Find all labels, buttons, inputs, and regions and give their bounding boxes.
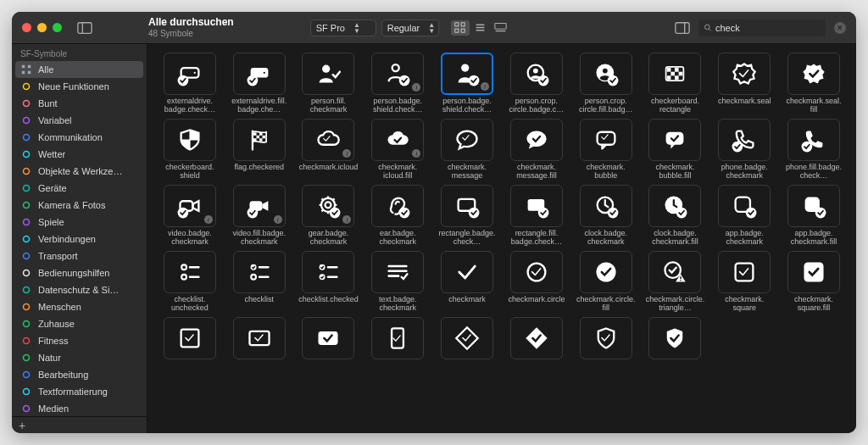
symbol-tile[interactable] <box>164 317 216 359</box>
sidebar-item[interactable]: Datenschutz & Si… <box>12 281 147 298</box>
symbol-tile[interactable] <box>648 53 701 95</box>
sidebar-item[interactable]: Bunt <box>12 95 147 112</box>
symbol-tile[interactable] <box>164 251 216 293</box>
sidebar-item[interactable]: Menschen <box>12 298 147 315</box>
symbol-cell[interactable]: checkmark.bubble.fill <box>643 119 708 180</box>
symbol-cell[interactable]: checkerboard.shield <box>158 119 222 180</box>
symbol-cell[interactable] <box>574 317 638 378</box>
symbol-cell[interactable]: i person.badge.shield.check… <box>365 53 430 114</box>
symbol-cell[interactable]: checkmark.circle.fill <box>574 251 638 312</box>
symbol-cell[interactable]: app.badge.checkmark.fill <box>782 185 846 246</box>
symbol-cell[interactable] <box>297 317 361 378</box>
toggle-sidebar-button[interactable] <box>77 21 92 35</box>
symbol-tile[interactable] <box>441 185 493 227</box>
symbol-tile[interactable] <box>580 119 632 161</box>
sidebar-category-list[interactable]: AlleNeue FunktionenBuntVariabelKommunika… <box>12 61 147 416</box>
sidebar-item[interactable]: Variabel <box>12 112 147 129</box>
symbol-tile[interactable] <box>233 119 286 161</box>
sidebar-item[interactable]: Spiele <box>12 214 147 231</box>
symbol-cell[interactable]: i person.badge.shield.check… <box>435 53 499 114</box>
symbol-cell[interactable]: checkmark.square <box>712 251 776 312</box>
symbol-cell[interactable]: person.crop.circle.badge.c… <box>504 53 569 114</box>
symbol-tile[interactable] <box>164 53 216 95</box>
symbol-cell[interactable]: i checkmark.icloud <box>297 119 361 180</box>
symbol-cell[interactable]: i video.fill.badge.checkmark <box>227 185 292 246</box>
gallery-view-button[interactable] <box>492 20 510 36</box>
minimize-window-button[interactable] <box>37 23 47 32</box>
sidebar-item[interactable]: Textformatierung <box>12 383 147 400</box>
symbol-tile[interactable] <box>233 53 286 95</box>
sidebar-item[interactable]: Alle <box>15 61 143 78</box>
sidebar-item[interactable]: Transport <box>12 248 147 264</box>
sidebar-item[interactable]: Geräte <box>12 180 147 197</box>
symbol-cell[interactable]: i gear.badge.checkmark <box>297 185 361 246</box>
symbol-cell[interactable]: checkmark.seal <box>712 53 776 114</box>
symbol-cell[interactable] <box>158 317 222 378</box>
font-family-picker[interactable]: SF Pro ▲▼ <box>310 19 376 36</box>
symbol-cell[interactable]: person.fill.checkmark <box>297 53 361 114</box>
font-weight-picker[interactable]: Regular ▲▼ <box>381 19 439 36</box>
sidebar-item[interactable]: Neue Funktionen <box>12 78 147 95</box>
symbol-cell[interactable]: phone.badge.checkmark <box>712 119 776 180</box>
symbol-tile[interactable]: i <box>233 185 286 227</box>
symbol-cell[interactable]: checkmark.circle.triangle… <box>643 251 708 312</box>
symbol-cell[interactable]: rectangle.fill.badge.check… <box>504 185 569 246</box>
symbol-tile[interactable] <box>371 251 424 293</box>
symbol-tile[interactable] <box>233 251 286 293</box>
symbol-tile[interactable] <box>580 185 632 227</box>
symbol-tile[interactable] <box>302 317 354 359</box>
symbol-tile[interactable] <box>580 53 632 95</box>
symbol-tile[interactable] <box>302 53 354 95</box>
fullscreen-window-button[interactable] <box>53 23 62 32</box>
symbol-tile[interactable] <box>787 119 840 161</box>
symbol-tile[interactable] <box>233 317 286 359</box>
search-field[interactable] <box>698 19 826 36</box>
symbol-tile[interactable] <box>510 251 563 293</box>
sidebar-item[interactable]: Verbindungen <box>12 231 147 248</box>
grid-view-button[interactable] <box>451 20 470 36</box>
symbol-tile[interactable]: i <box>371 119 424 161</box>
symbol-cell[interactable]: checklist.checked <box>297 251 361 312</box>
sidebar-item[interactable]: Natur <box>12 349 147 366</box>
symbol-tile[interactable] <box>302 251 354 293</box>
symbol-cell[interactable]: flag.checkered <box>227 119 292 180</box>
symbol-tile[interactable] <box>648 119 701 161</box>
symbol-cell[interactable]: checklist <box>227 251 292 312</box>
symbol-tile[interactable] <box>371 185 424 227</box>
symbol-cell[interactable] <box>643 317 708 378</box>
symbol-cell[interactable]: phone.fill.badge.check… <box>782 119 846 180</box>
symbol-cell[interactable]: checklist.unchecked <box>158 251 222 312</box>
sidebar-item[interactable]: Medien <box>12 400 147 416</box>
symbol-tile[interactable]: i <box>164 185 216 227</box>
symbol-grid-area[interactable]: externaldrive.badge.check… externaldrive… <box>147 44 856 433</box>
sidebar-item[interactable]: Kamera & Fotos <box>12 197 147 214</box>
list-view-button[interactable] <box>471 20 490 36</box>
symbol-tile[interactable] <box>510 317 563 359</box>
symbol-tile[interactable] <box>718 185 771 227</box>
close-window-button[interactable] <box>22 23 31 32</box>
sidebar-item[interactable]: Zuhause <box>12 315 147 332</box>
toggle-inspector-button[interactable] <box>675 21 690 35</box>
sidebar-item[interactable]: Bedienungshilfen <box>12 264 147 281</box>
symbol-cell[interactable]: externaldrive.badge.check… <box>158 53 222 114</box>
sidebar-item[interactable]: Objekte & Werkze… <box>12 163 147 180</box>
symbol-tile[interactable] <box>648 251 701 293</box>
symbol-tile[interactable] <box>580 317 632 359</box>
symbol-cell[interactable]: checkmark.square.fill <box>782 251 846 312</box>
symbol-cell[interactable] <box>227 317 292 378</box>
symbol-cell[interactable]: text.badge.checkmark <box>365 251 430 312</box>
sidebar-item[interactable]: Wetter <box>12 146 147 163</box>
symbol-cell[interactable]: externaldrive.fill.badge.che… <box>227 53 292 114</box>
symbol-tile[interactable] <box>787 53 840 95</box>
symbol-tile[interactable]: i <box>302 119 354 161</box>
symbol-tile[interactable] <box>580 251 632 293</box>
symbol-tile[interactable]: i <box>302 185 354 227</box>
symbol-cell[interactable]: checkmark <box>435 251 499 312</box>
symbol-cell[interactable]: rectangle.badge.check… <box>435 185 499 246</box>
symbol-cell[interactable]: i checkmark.icloud.fill <box>365 119 430 180</box>
symbol-tile[interactable] <box>787 185 840 227</box>
symbol-cell[interactable]: clock.badge.checkmark <box>574 185 638 246</box>
symbol-tile[interactable] <box>718 53 771 95</box>
symbol-tile[interactable]: i <box>371 53 424 95</box>
symbol-cell[interactable]: person.crop.circle.fill.badg… <box>574 53 638 114</box>
